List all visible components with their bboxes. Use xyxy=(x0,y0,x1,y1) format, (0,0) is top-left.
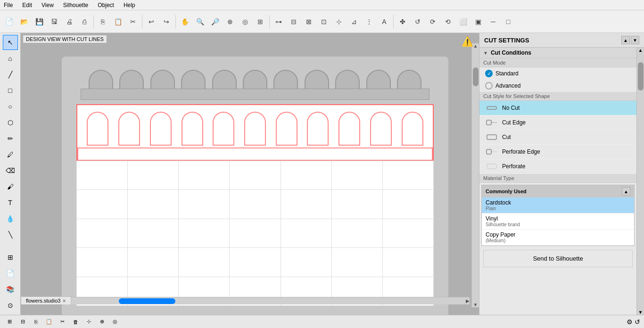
paste-btn[interactable]: 📋 xyxy=(111,15,125,29)
pixel-btn[interactable]: ⬜ xyxy=(456,15,470,29)
reg-marks-tool[interactable]: ⊞ xyxy=(3,250,18,265)
panel-vscroll-down[interactable]: ▼ xyxy=(638,310,643,315)
canvas-tab[interactable]: flowers.studio3 ✕ xyxy=(21,296,71,304)
trace2-btn[interactable]: ⟳ xyxy=(426,15,440,29)
tab-close[interactable]: ✕ xyxy=(62,298,66,303)
menu-object[interactable]: Object xyxy=(96,1,116,9)
rect-tool[interactable]: □ xyxy=(3,83,18,98)
snap-btn[interactable]: ⊠ xyxy=(302,15,316,29)
vscroll-up[interactable]: ▲ xyxy=(473,43,478,49)
hscroll-thumb[interactable] xyxy=(119,298,175,304)
panel-collapse-down[interactable]: ▼ xyxy=(631,36,639,44)
trace-btn[interactable]: ↺ xyxy=(411,15,425,29)
h-scrollbar[interactable]: ◀ ▶ xyxy=(21,297,470,304)
tab-label: flowers.studio3 xyxy=(26,298,60,303)
point-btn[interactable]: ✤ xyxy=(396,15,410,29)
panel-collapse-up[interactable]: ▲ xyxy=(621,36,630,44)
pages-tool[interactable]: 📄 xyxy=(3,266,18,281)
menu-help[interactable]: Help xyxy=(122,1,137,9)
stroke-btn[interactable]: □ xyxy=(501,15,515,29)
panel-vscroll-up[interactable]: ▲ xyxy=(638,48,643,53)
settings-gear-icon[interactable]: ⚙ xyxy=(627,318,633,326)
hscroll-right[interactable]: ▶ xyxy=(466,298,470,303)
status-group-btn[interactable]: ⊞ xyxy=(4,316,15,328)
v-scrollbar[interactable]: ▲ ▼ xyxy=(471,43,479,307)
binding-bar xyxy=(81,89,429,100)
status-ungroup-btn[interactable]: ⊟ xyxy=(17,316,28,328)
vscroll-down[interactable]: ▼ xyxy=(473,302,478,307)
ungroup-btn[interactable]: ⋮ xyxy=(362,15,376,29)
no-cut-option[interactable]: No Cut xyxy=(479,101,636,115)
print-btn[interactable]: 🖨 xyxy=(62,15,76,29)
trace3-btn[interactable]: ⟲ xyxy=(441,15,455,29)
grid-btn[interactable]: ⊟ xyxy=(287,15,301,29)
menu-view[interactable]: View xyxy=(40,1,56,9)
status-paste-btn[interactable]: 📋 xyxy=(43,316,55,328)
group-btn[interactable]: ⊿ xyxy=(347,15,361,29)
vscroll-thumb[interactable] xyxy=(473,67,479,86)
paint-tool[interactable]: 🖌 xyxy=(3,179,18,194)
cut-option[interactable]: Cut xyxy=(479,130,636,145)
perforate-option[interactable]: Perforate xyxy=(479,159,636,174)
align-btn[interactable]: ⊶ xyxy=(272,15,286,29)
cut-edge-option[interactable]: Cut Edge xyxy=(479,115,636,130)
eraser-tool[interactable]: ⌫ xyxy=(3,163,18,178)
perforate-edge-option[interactable]: Perforate Edge xyxy=(479,145,636,159)
status-copy-btn[interactable]: ⎘ xyxy=(30,316,41,328)
pencil-tool[interactable]: 🖊 xyxy=(3,147,18,162)
status-delete-btn[interactable]: 🗑 xyxy=(70,316,81,328)
status-transform-btn[interactable]: ⊕ xyxy=(96,316,107,328)
toolbar: 📄 📂 💾 🖫 🖨 ⎙ ⎘ 📋 ✂ ↩ ↪ ✋ 🔍 🔎 ⊕ ◎ ⊞ ⊶ ⊟ ⊠ … xyxy=(0,10,644,33)
copy-btn[interactable]: ⎘ xyxy=(96,15,110,29)
line-tool[interactable]: ╱ xyxy=(3,67,18,82)
cut-btn[interactable]: ✂ xyxy=(126,15,140,29)
zoom-out-btn[interactable]: 🔎 xyxy=(208,15,222,29)
print2-btn[interactable]: ⎙ xyxy=(77,15,91,29)
open-btn[interactable]: 📂 xyxy=(17,15,31,29)
status-trace-btn[interactable]: ◎ xyxy=(109,316,121,328)
advanced-radio-row[interactable]: Advanced xyxy=(479,80,636,92)
circle-tool[interactable]: ○ xyxy=(3,99,18,114)
new-btn[interactable]: 📄 xyxy=(2,15,16,29)
status-align-btn[interactable]: ⊹ xyxy=(83,316,94,328)
text-style-btn[interactable]: A xyxy=(377,15,391,29)
eyedrop-tool[interactable]: 💧 xyxy=(3,211,18,226)
glyphs-tool[interactable]: ⊙ xyxy=(3,298,18,313)
poly-tool[interactable]: ⬡ xyxy=(3,115,18,130)
panel-vscrollbar[interactable]: ▲ ▼ xyxy=(636,48,644,315)
cut-conditions-header[interactable]: ▼ Cut Conditions xyxy=(479,48,636,58)
undo-btn[interactable]: ↩ xyxy=(144,15,158,29)
panel-vscroll-thumb[interactable] xyxy=(638,62,644,90)
save-as-btn[interactable]: 🖫 xyxy=(47,15,61,29)
fill-btn[interactable]: ▣ xyxy=(471,15,485,29)
knife-tool[interactable]: ╲ xyxy=(3,227,18,242)
pen-tool[interactable]: ✏ xyxy=(3,131,18,146)
status-cut-btn[interactable]: ✂ xyxy=(57,316,68,328)
material-vinyl[interactable]: Vinyl Silhouette brand xyxy=(482,213,634,230)
refresh-icon[interactable]: ↺ xyxy=(635,318,640,326)
menu-silhouette[interactable]: Silhouette xyxy=(61,1,90,9)
library-tool[interactable]: 📚 xyxy=(3,282,18,297)
menu-edit[interactable]: Edit xyxy=(20,1,34,9)
select-tool[interactable]: ↖ xyxy=(3,35,18,50)
cut-hole-9 xyxy=(339,112,360,146)
node-tool[interactable]: ⌂ xyxy=(3,51,18,66)
zoom-ext-btn[interactable]: ⊞ xyxy=(253,15,267,29)
ruler-btn[interactable]: ⊡ xyxy=(317,15,331,29)
zoom-actual-btn[interactable]: ◎ xyxy=(238,15,252,29)
zoom-in-btn[interactable]: 🔍 xyxy=(193,15,207,29)
redo-btn[interactable]: ↪ xyxy=(159,15,173,29)
guide-btn[interactable]: ⊹ xyxy=(332,15,346,29)
material-cardstock[interactable]: Cardstock Plain xyxy=(482,197,634,213)
send-to-silhouette-button[interactable]: Send to Silhouette xyxy=(483,250,633,267)
material-scroll-up[interactable]: ▲ xyxy=(622,187,630,196)
save-btn[interactable]: 💾 xyxy=(32,15,46,29)
hand-btn[interactable]: ✋ xyxy=(178,15,192,29)
menu-file[interactable]: File xyxy=(2,1,15,9)
zoom-fit-btn[interactable]: ⊕ xyxy=(223,15,237,29)
text-tool[interactable]: T xyxy=(3,195,18,210)
material-copypaper[interactable]: Copy Paper (Medium) xyxy=(482,230,634,246)
line-btn[interactable]: ─ xyxy=(486,15,500,29)
standard-radio-row[interactable]: ✓ Standard xyxy=(479,67,636,80)
cut-icon xyxy=(485,132,498,142)
